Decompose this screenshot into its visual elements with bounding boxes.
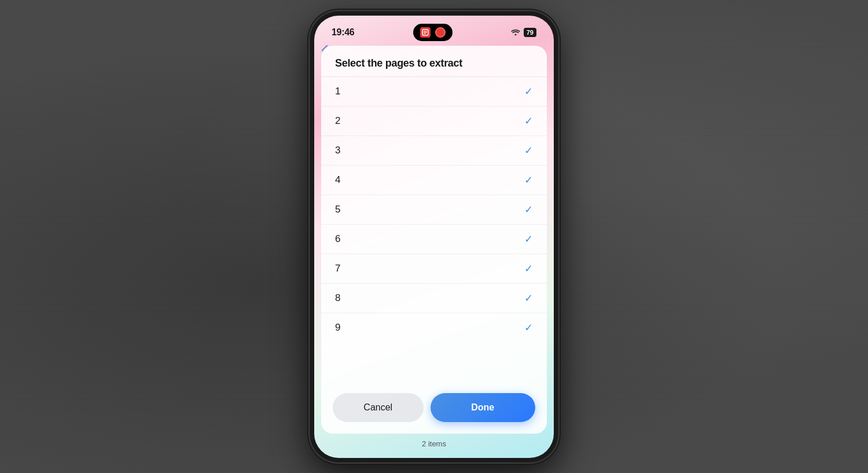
phone-device: 19:46 [310,11,558,463]
page-number-9: 9 [335,322,340,333]
page-number-4: 4 [335,174,340,186]
page-number-3: 3 [335,145,340,156]
check-icon-5: ✓ [524,203,533,216]
action-buttons: Cancel Done [321,384,547,434]
red-circle-indicator [435,27,446,38]
page-item-9[interactable]: 9 ✓ [321,313,547,342]
wifi-icon [511,28,520,37]
check-icon-9: ✓ [524,321,533,334]
page-number-5: 5 [335,204,340,215]
page-item-3[interactable]: 3 ✓ [321,136,547,166]
status-icons: 79 [511,28,536,37]
page-item-7[interactable]: 7 ✓ [321,254,547,284]
check-icon-1: ✓ [524,85,533,98]
status-time: 19:46 [332,27,354,38]
check-icon-6: ✓ [524,233,533,245]
check-icon-8: ✓ [524,292,533,305]
done-button[interactable]: Done [431,393,535,422]
cancel-button[interactable]: Cancel [333,393,424,422]
page-item-1[interactable]: 1 ✓ [321,77,547,107]
check-icon-4: ✓ [524,174,533,186]
page-item-2[interactable]: 2 ✓ [321,107,547,136]
check-icon-7: ✓ [524,262,533,275]
page-item-8[interactable]: 8 ✓ [321,284,547,313]
items-count: 2 items [422,439,446,448]
dynamic-island [413,24,453,41]
modal-sheet: Select the pages to extract 1 ✓ 2 ✓ 3 ✓ [321,46,547,434]
page-number-2: 2 [335,115,340,127]
page-item-4[interactable]: 4 ✓ [321,166,547,195]
check-icon-2: ✓ [524,115,533,127]
page-item-6[interactable]: 6 ✓ [321,225,547,254]
app-icon [420,27,431,38]
check-icon-3: ✓ [524,144,533,157]
pages-list[interactable]: 1 ✓ 2 ✓ 3 ✓ 4 ✓ 5 ✓ [321,77,547,384]
page-number-7: 7 [335,263,340,274]
phone-screen: 19:46 [314,16,554,458]
modal-header: Select the pages to extract [321,46,547,76]
bottom-bar: 2 items [314,434,554,458]
battery-indicator: 79 [524,28,536,37]
page-number-1: 1 [335,86,340,97]
status-bar: 19:46 [314,16,554,46]
modal-title: Select the pages to extract [335,57,462,69]
page-number-8: 8 [335,292,340,304]
status-center [413,24,453,41]
page-number-6: 6 [335,233,340,245]
page-item-5[interactable]: 5 ✓ [321,195,547,225]
